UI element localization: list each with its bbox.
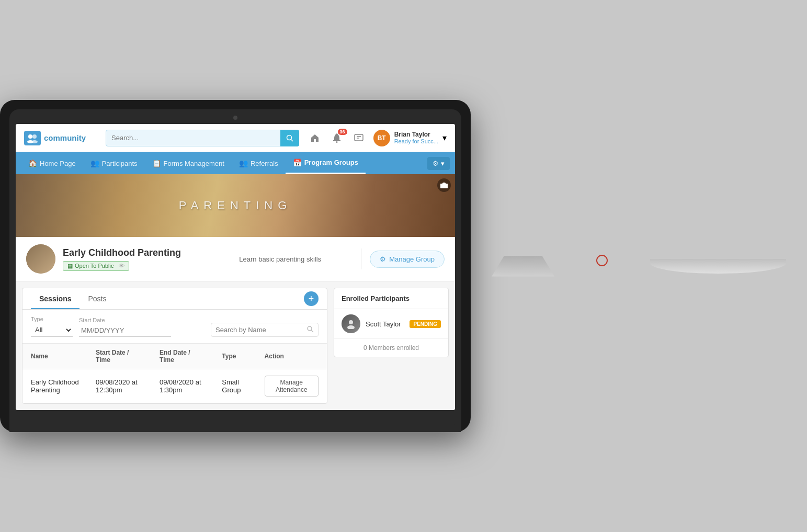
type-filter-label: Type (31, 316, 73, 322)
col-start: Start Date / Time (87, 344, 151, 369)
monitor-camera (233, 116, 237, 120)
svg-point-6 (336, 141, 337, 143)
manage-attendance-button[interactable]: Manage Attendance (265, 376, 319, 397)
manage-group-label: Manage Group (389, 255, 435, 263)
nav-settings-button[interactable]: ⚙ ▾ (427, 157, 450, 170)
type-filter-select[interactable]: All (31, 323, 73, 337)
referrals-nav-icon: 👥 (239, 159, 248, 167)
eye-icon[interactable]: 👁 (119, 263, 124, 269)
group-thumbnail (26, 244, 55, 274)
monitor-home-button[interactable] (596, 255, 608, 266)
sidebar-item-program-groups[interactable]: 📅 Program Groups (286, 152, 366, 174)
monitor-screen: community (16, 124, 455, 410)
main-content: Sessions Posts + Type All (16, 281, 455, 410)
app-header: community (16, 124, 455, 152)
group-description: Learn basic parenting skills (208, 255, 353, 263)
hero-image: PARENTING (16, 174, 455, 237)
cell-name: Early Childhood Parenting (22, 369, 87, 403)
sessions-table: Name Start Date / Time End Date / Time T… (22, 344, 327, 403)
col-type: Type (213, 344, 256, 369)
group-info: Early Childhood Parenting ▦ Open To Publ… (16, 237, 455, 281)
header-icons: 36 BT Brian Taylor Ready for Succ... (308, 130, 447, 146)
enrolled-header: Enrolled Participants (334, 288, 448, 309)
date-filter-label: Start Date (79, 317, 171, 323)
svg-point-1 (32, 134, 37, 139)
manage-group-button[interactable]: ⚙ Manage Group (370, 251, 445, 268)
pending-badge: PENDING (410, 320, 441, 328)
filters-row: Type All Start Date (22, 310, 327, 344)
sidebar-item-participants[interactable]: 👥 Participants (83, 152, 145, 174)
svg-point-3 (31, 140, 38, 143)
type-filter-group: Type All (31, 316, 73, 337)
svg-point-8 (443, 185, 446, 187)
search-button[interactable] (280, 130, 299, 146)
participant-avatar (342, 314, 360, 333)
col-action: Action (256, 344, 327, 369)
sidebar-item-homepage[interactable]: 🏠 Home Page (21, 152, 83, 174)
participants-nav-icon: 👥 (90, 159, 99, 167)
nav-label-forms: Forms Management (164, 160, 224, 167)
svg-point-4 (287, 135, 291, 140)
forms-nav-icon: 📋 (152, 159, 161, 167)
monitor-stand-top (492, 256, 554, 277)
cell-type: Small Group (213, 369, 256, 403)
svg-point-0 (28, 134, 32, 139)
search-field (211, 323, 319, 337)
group-name: Early Childhood Parenting (63, 247, 208, 258)
home-nav-icon: 🏠 (28, 159, 37, 167)
camera-icon[interactable] (437, 178, 451, 192)
hero-title: PARENTING (179, 199, 292, 212)
home-icon[interactable] (308, 131, 322, 145)
add-session-button[interactable]: + (304, 291, 319, 306)
nav-label-homepage: Home Page (40, 160, 76, 167)
app-logo-text: community (44, 133, 86, 142)
nav-label-participants: Participants (102, 160, 138, 167)
notification-badge: 36 (338, 129, 347, 135)
svg-point-9 (308, 326, 312, 331)
user-name: Brian Taylor (394, 131, 438, 138)
sidebar-item-referrals[interactable]: 👥 Referrals (232, 152, 286, 174)
right-panel: Enrolled Participants Scott Taylor PENDI… (334, 288, 449, 404)
sessions-panel: Sessions Posts + Type All (22, 288, 327, 404)
cell-end: 09/08/2020 at 1:30pm (151, 369, 213, 403)
cell-action: Manage Attendance (256, 369, 327, 403)
cell-start: 09/08/2020 at 12:30pm (87, 369, 151, 403)
svg-point-11 (349, 320, 353, 324)
search-input[interactable] (106, 130, 299, 146)
col-end: End Date / Time (151, 344, 213, 369)
groups-nav-icon: 📅 (293, 159, 302, 167)
date-filter-input[interactable] (79, 324, 171, 337)
nav-label-referrals: Referrals (251, 160, 278, 167)
sidebar-item-forms[interactable]: 📋 Forms Management (145, 152, 232, 174)
svg-line-5 (291, 139, 293, 141)
tab-posts[interactable]: Posts (79, 288, 115, 309)
tabs-header: Sessions Posts + (22, 288, 327, 310)
logo-icon (24, 131, 41, 145)
date-filter-group: Start Date (79, 317, 171, 337)
avatar: BT (373, 130, 390, 146)
list-item: Scott Taylor PENDING (334, 309, 448, 339)
col-name: Name (22, 344, 87, 369)
search-by-name-input[interactable] (215, 326, 303, 334)
enrolled-count: 0 Members enrolled (334, 339, 448, 357)
message-icon[interactable] (351, 131, 366, 145)
user-name-area: Brian Taylor Ready for Succ... (394, 131, 438, 145)
monitor-stand-base (650, 259, 786, 274)
group-status-badge: ▦ Open To Public 👁 (63, 261, 129, 271)
badge-icon: ▦ (67, 263, 73, 269)
app-nav: 🏠 Home Page 👥 Participants 📋 Forms Manag… (16, 152, 455, 174)
monitor-chin (16, 410, 455, 426)
svg-line-10 (311, 330, 313, 332)
search-field-icon (306, 325, 314, 334)
badge-label: Open To Public (75, 263, 113, 269)
enrolled-card: Enrolled Participants Scott Taylor PENDI… (334, 288, 449, 357)
notification-icon[interactable]: 36 (329, 131, 344, 145)
user-info[interactable]: BT Brian Taylor Ready for Succ... ▾ (373, 130, 447, 146)
logo-area: community (24, 131, 97, 145)
svg-point-12 (347, 325, 355, 329)
user-status: Ready for Succ... (394, 138, 438, 145)
manage-group-icon: ⚙ (380, 255, 386, 263)
settings-icon: ⚙ (433, 160, 439, 167)
svg-rect-7 (355, 134, 363, 141)
tab-sessions[interactable]: Sessions (31, 288, 79, 309)
